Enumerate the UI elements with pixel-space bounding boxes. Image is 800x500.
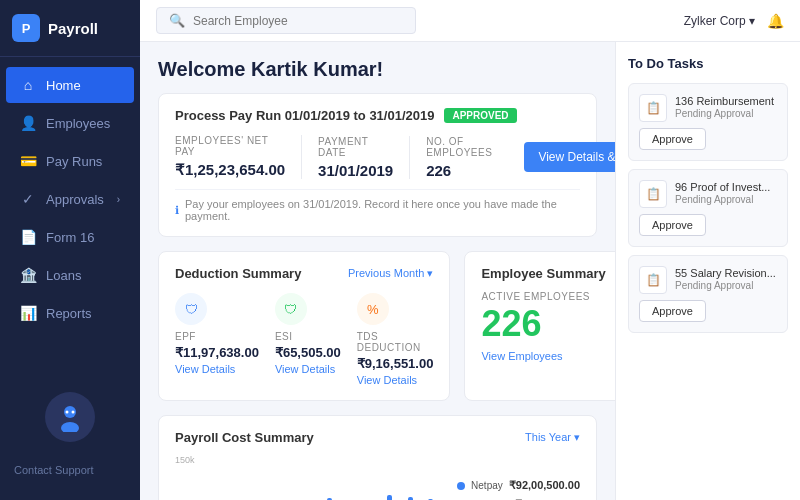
todo-item-proof-invest: 📋 96 Proof of Invest... Pending Approval… bbox=[628, 169, 788, 247]
sidebar-item-label: Form 16 bbox=[46, 230, 94, 245]
pay-runs-icon: 💳 bbox=[20, 153, 36, 169]
todo-items: 📋 136 Reimbursement Pending Approval App… bbox=[628, 83, 788, 333]
deduction-header: Deduction Summary Previous Month ▾ bbox=[175, 266, 433, 281]
cost-title: Payroll Cost Summary bbox=[175, 430, 314, 445]
sidebar-item-pay-runs[interactable]: 💳 Pay Runs bbox=[6, 143, 134, 179]
sidebar-logo: P Payroll bbox=[0, 0, 140, 57]
sidebar-item-label: Home bbox=[46, 78, 81, 93]
svg-point-2 bbox=[66, 411, 69, 414]
sidebar-item-employees[interactable]: 👤 Employees bbox=[6, 105, 134, 141]
todo-sidebar: To Do Tasks 📋 136 Reimbursement Pending … bbox=[615, 42, 800, 500]
approve-button-reimbursement[interactable]: Approve bbox=[639, 128, 706, 150]
net-pay-label: EMPLOYEES' NET PAY bbox=[175, 135, 285, 157]
main-area: 🔍 Zylker Corp ▾ 🔔 Welcome Kartik Kumar! … bbox=[140, 0, 800, 500]
chart-area: 150k 100k Netpay ₹92,00,500.00 Taxes ₹9,… bbox=[175, 455, 580, 500]
epf-icon: 🛡 bbox=[175, 293, 207, 325]
todo-icon-salary-revision: 📋 bbox=[639, 266, 667, 294]
logo-icon: P bbox=[12, 14, 40, 42]
deduction-esi: 🛡 ESI ₹65,505.00 View Details bbox=[275, 293, 341, 386]
todo-text-proof-invest: 96 Proof of Invest... Pending Approval bbox=[675, 180, 770, 205]
form-16-icon: 📄 bbox=[20, 229, 36, 245]
deduction-title: Deduction Summary bbox=[175, 266, 301, 281]
approved-badge: APPROVED bbox=[444, 108, 516, 123]
cost-filter[interactable]: This Year ▾ bbox=[525, 431, 580, 444]
chart-legend: Netpay ₹92,00,500.00 Taxes ₹9,16,551.00 bbox=[457, 455, 580, 500]
pay-run-header: Process Pay Run 01/01/2019 to 31/01/2019… bbox=[175, 108, 580, 123]
pay-run-details: EMPLOYEES' NET PAY ₹1,25,23,654.00 PAYME… bbox=[175, 135, 580, 179]
company-name[interactable]: Zylker Corp ▾ bbox=[684, 14, 755, 28]
tds-value: ₹9,16,551.00 bbox=[357, 356, 434, 371]
topbar-right: Zylker Corp ▾ 🔔 bbox=[684, 13, 784, 29]
todo-text-salary-revision: 55 Salary Revision... Pending Approval bbox=[675, 266, 776, 291]
sidebar-item-home[interactable]: ⌂ Home bbox=[6, 67, 134, 103]
no-employees-label: NO. OF EMPLOYEES bbox=[426, 136, 492, 158]
deduction-summary-card: Deduction Summary Previous Month ▾ 🛡 EPF… bbox=[158, 251, 450, 401]
payroll-cost-card: Payroll Cost Summary This Year ▾ 150k 10… bbox=[158, 415, 597, 500]
net-pay-value: ₹1,25,23,654.00 bbox=[175, 161, 285, 179]
sidebar-item-label: Pay Runs bbox=[46, 154, 102, 169]
sidebar-item-approvals[interactable]: ✓ Approvals › bbox=[6, 181, 134, 217]
info-icon: ℹ bbox=[175, 204, 179, 217]
search-bar[interactable]: 🔍 bbox=[156, 7, 416, 34]
epf-view-link[interactable]: View Details bbox=[175, 363, 259, 375]
view-employees-link[interactable]: View Employees bbox=[481, 350, 615, 362]
sidebar-item-form-16[interactable]: 📄 Form 16 bbox=[6, 219, 134, 255]
sidebar-item-loans[interactable]: 🏦 Loans bbox=[6, 257, 134, 293]
legend-dot-netpay bbox=[457, 482, 465, 490]
sidebar-item-label: Employees bbox=[46, 116, 110, 131]
avatar-illustration bbox=[55, 402, 85, 432]
epf-label: EPF bbox=[175, 331, 259, 342]
contact-support[interactable]: Contact Support bbox=[0, 450, 140, 490]
todo-text-reimbursement: 136 Reimbursement Pending Approval bbox=[675, 94, 774, 119]
todo-title-salary-revision: 55 Salary Revision... bbox=[675, 266, 776, 280]
todo-status-proof-invest: Pending Approval bbox=[675, 194, 770, 205]
employee-summary-card: Employee Summary ACTIVE EMPLOYEES 226 Vi… bbox=[464, 251, 615, 401]
approve-button-proof-invest[interactable]: Approve bbox=[639, 214, 706, 236]
content: Welcome Kartik Kumar! Process Pay Run 01… bbox=[140, 42, 800, 500]
deduction-tds: % TDS DEDUCTION ₹9,16,551.00 View Detail… bbox=[357, 293, 434, 386]
pay-run-title: Process Pay Run 01/01/2019 to 31/01/2019 bbox=[175, 108, 434, 123]
sidebar-item-reports[interactable]: 📊 Reports bbox=[6, 295, 134, 331]
sidebar-item-label: Reports bbox=[46, 306, 92, 321]
sidebar-item-label: Loans bbox=[46, 268, 81, 283]
tds-icon: % bbox=[357, 293, 389, 325]
deduction-filter[interactable]: Previous Month ▾ bbox=[348, 267, 433, 280]
todo-icon-reimbursement: 📋 bbox=[639, 94, 667, 122]
bar-group bbox=[387, 495, 404, 500]
esi-view-link[interactable]: View Details bbox=[275, 363, 341, 375]
content-main: Welcome Kartik Kumar! Process Pay Run 01… bbox=[140, 42, 615, 500]
cost-header: Payroll Cost Summary This Year ▾ bbox=[175, 430, 580, 445]
todo-item-reimbursement: 📋 136 Reimbursement Pending Approval App… bbox=[628, 83, 788, 161]
reports-icon: 📊 bbox=[20, 305, 36, 321]
payment-date-stat: PAYMENT DATE 31/01/2019 bbox=[318, 136, 410, 179]
active-employees-label: ACTIVE EMPLOYEES bbox=[481, 291, 615, 302]
chart-bars: 150k 100k bbox=[175, 455, 445, 500]
approvals-icon: ✓ bbox=[20, 191, 36, 207]
todo-status-reimbursement: Pending Approval bbox=[675, 108, 774, 119]
esi-value: ₹65,505.00 bbox=[275, 345, 341, 360]
sidebar-item-label: Approvals bbox=[46, 192, 104, 207]
no-employees-value: 226 bbox=[426, 162, 492, 179]
approve-button-salary-revision[interactable]: Approve bbox=[639, 300, 706, 322]
search-input[interactable] bbox=[193, 14, 403, 28]
deduction-epf: 🛡 EPF ₹11,97,638.00 View Details bbox=[175, 293, 259, 386]
todo-title-proof-invest: 96 Proof of Invest... bbox=[675, 180, 770, 194]
svg-point-1 bbox=[61, 422, 79, 432]
todo-title: To Do Tasks bbox=[628, 56, 788, 71]
deduction-items: 🛡 EPF ₹11,97,638.00 View Details 🛡 ESI ₹… bbox=[175, 293, 433, 386]
tds-view-link[interactable]: View Details bbox=[357, 374, 434, 386]
net-pay-stat: EMPLOYEES' NET PAY ₹1,25,23,654.00 bbox=[175, 135, 302, 179]
legend-label-netpay: Netpay bbox=[471, 480, 503, 491]
employees-icon: 👤 bbox=[20, 115, 36, 131]
no-employees-stat: NO. OF EMPLOYEES 226 bbox=[426, 136, 508, 179]
todo-item-header: 📋 55 Salary Revision... Pending Approval bbox=[639, 266, 777, 294]
epf-value: ₹11,97,638.00 bbox=[175, 345, 259, 360]
y-axis: 150k 100k bbox=[175, 455, 195, 500]
sidebar: P Payroll ⌂ Home 👤 Employees 💳 Pay Runs … bbox=[0, 0, 140, 500]
pay-run-card: Process Pay Run 01/01/2019 to 31/01/2019… bbox=[158, 93, 597, 237]
employee-summary-title: Employee Summary bbox=[481, 266, 615, 281]
view-details-pay-button[interactable]: View Details & Pay bbox=[524, 142, 615, 172]
todo-item-header: 📋 96 Proof of Invest... Pending Approval bbox=[639, 180, 777, 208]
welcome-title: Welcome Kartik Kumar! bbox=[158, 58, 597, 81]
bell-icon[interactable]: 🔔 bbox=[767, 13, 784, 29]
